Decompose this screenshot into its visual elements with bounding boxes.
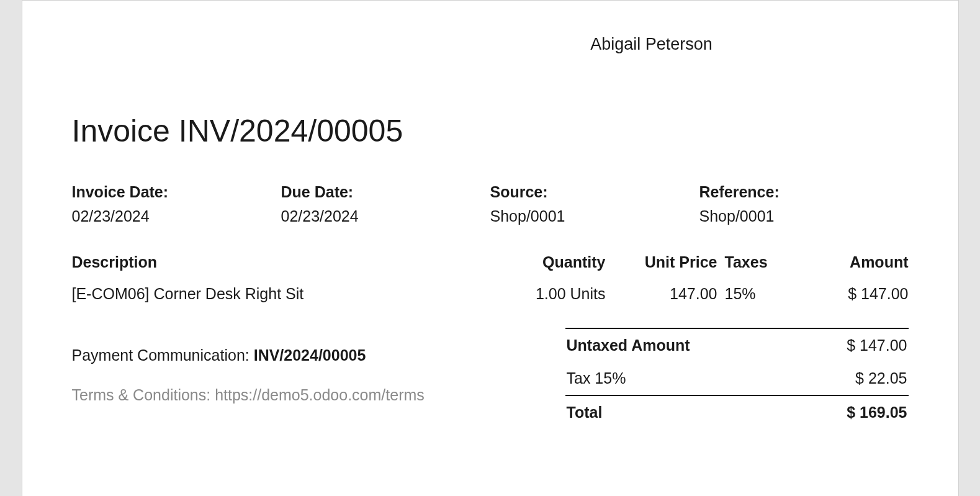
terms-and-conditions: Terms & Conditions: https://demo5.odoo.c…	[72, 386, 565, 404]
reference-value: Shop/0001	[699, 207, 909, 225]
due-date-block: Due Date: 02/23/2024	[281, 183, 490, 225]
line-unit-price: 147.00	[606, 285, 717, 303]
line-amount: $ 147.00	[780, 285, 909, 303]
total-tax-row: Tax 15% $ 22.05	[565, 362, 909, 395]
invoice-bottom-left: Payment Communication: INV/2024/00005 Te…	[72, 328, 565, 404]
invoice-date-block: Invoice Date: 02/23/2024	[72, 183, 281, 225]
invoice-page: Abigail Peterson Invoice INV/2024/00005 …	[22, 0, 959, 496]
invoice-date-label: Invoice Date:	[72, 183, 281, 201]
col-header-description: Description	[72, 253, 432, 271]
col-header-quantity: Quantity	[432, 253, 606, 271]
invoice-lines: Description Quantity Unit Price Taxes Am…	[72, 253, 909, 303]
line-description: [E-COM06] Corner Desk Right Sit	[72, 285, 432, 303]
lines-header: Description Quantity Unit Price Taxes Am…	[72, 253, 909, 271]
col-header-unit-price: Unit Price	[606, 253, 717, 271]
tax-label: Tax 15%	[567, 369, 626, 387]
reference-label: Reference:	[699, 183, 909, 201]
reference-block: Reference: Shop/0001	[699, 183, 909, 225]
tax-value: $ 22.05	[855, 369, 907, 387]
col-header-taxes: Taxes	[717, 253, 780, 271]
invoice-date-value: 02/23/2024	[72, 207, 281, 225]
payment-communication: Payment Communication: INV/2024/00005	[72, 346, 565, 364]
payment-communication-label: Payment Communication:	[72, 346, 254, 364]
invoice-title: Invoice INV/2024/00005	[72, 113, 909, 149]
total-row: Total $ 169.05	[565, 395, 909, 429]
invoice-bottom: Payment Communication: INV/2024/00005 Te…	[72, 328, 909, 429]
col-header-amount: Amount	[780, 253, 909, 271]
due-date-label: Due Date:	[281, 183, 490, 201]
source-block: Source: Shop/0001	[490, 183, 699, 225]
line-taxes: 15%	[717, 285, 780, 303]
source-label: Source:	[490, 183, 699, 201]
payment-communication-value: INV/2024/00005	[254, 346, 366, 364]
untaxed-value: $ 147.00	[847, 336, 907, 354]
total-untaxed-row: Untaxed Amount $ 147.00	[565, 328, 909, 362]
invoice-line-row: [E-COM06] Corner Desk Right Sit 1.00 Uni…	[72, 285, 909, 303]
untaxed-label: Untaxed Amount	[567, 336, 690, 354]
invoice-totals: Untaxed Amount $ 147.00 Tax 15% $ 22.05 …	[565, 328, 909, 429]
source-value: Shop/0001	[490, 207, 699, 225]
total-value: $ 169.05	[847, 404, 907, 422]
due-date-value: 02/23/2024	[281, 207, 490, 225]
invoice-meta-row: Invoice Date: 02/23/2024 Due Date: 02/23…	[72, 183, 909, 225]
line-quantity: 1.00 Units	[432, 285, 606, 303]
customer-name: Abigail Peterson	[72, 1, 909, 54]
total-label: Total	[567, 404, 603, 422]
